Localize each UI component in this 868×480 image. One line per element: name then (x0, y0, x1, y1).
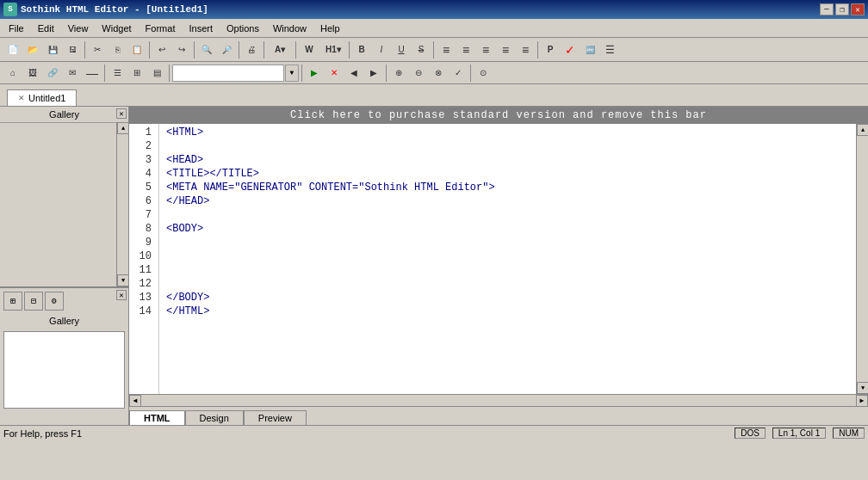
list-button[interactable]: ≡ (516, 40, 535, 59)
menu-format[interactable]: Format (139, 22, 183, 35)
scroll-left-arrow[interactable]: ◀ (129, 395, 141, 407)
line-number: 6 (129, 194, 155, 208)
editor-scrollbar-h: ◀ ▶ (129, 394, 868, 406)
save-all-button[interactable]: 💾 (43, 40, 62, 59)
app-icon: S (3, 3, 17, 16)
align-right-button[interactable]: ≡ (476, 40, 495, 59)
tb2-stop[interactable]: ✕ (325, 64, 344, 83)
editor-scroll-up[interactable]: ▲ (857, 124, 868, 136)
paste-button[interactable]: 📋 (127, 40, 146, 59)
justify-button[interactable]: ≡ (496, 40, 515, 59)
open-button[interactable]: 📂 (23, 40, 42, 59)
underline-button[interactable]: U (392, 40, 411, 59)
align-left-button[interactable]: ≡ (437, 40, 456, 59)
tb2-play[interactable]: ▶ (305, 64, 324, 83)
restore-button[interactable]: ❐ (835, 3, 849, 15)
tag-input[interactable] (172, 65, 284, 82)
sep6 (349, 41, 350, 58)
list2-button[interactable]: ☰ (600, 40, 619, 59)
line-number: 1 (129, 126, 155, 139)
tb2-fwd[interactable]: ▶ (364, 64, 383, 83)
heading-dropdown[interactable]: H1▾ (320, 40, 346, 59)
line-number: 8 (129, 222, 155, 236)
minimize-button[interactable]: — (820, 3, 834, 15)
word-button[interactable]: W (299, 40, 319, 59)
menu-edit[interactable]: Edit (31, 22, 61, 35)
p-tag-button[interactable]: P (541, 40, 560, 59)
gallery-bottom-close[interactable]: ✕ (116, 290, 127, 300)
new-button[interactable]: 📄 (3, 40, 22, 59)
menu-view[interactable]: View (61, 22, 96, 35)
title-bar: S Sothink HTML Editor - [Untitled1] — ❐ … (0, 0, 868, 19)
purchase-bar[interactable]: Click here to purchase standard version … (129, 107, 868, 124)
scroll-down-arrow[interactable]: ▼ (117, 274, 129, 286)
sep1 (84, 41, 85, 58)
tb2-tag-extra[interactable]: ⊙ (474, 64, 493, 83)
tab-preview[interactable]: Preview (244, 410, 307, 425)
print-button[interactable]: 🖨 (242, 40, 261, 59)
tb2-table[interactable]: ⊞ (127, 64, 146, 83)
code-line: </HTML> (166, 305, 849, 318)
tb2-ref[interactable]: ⊗ (429, 64, 448, 83)
gallery-top-panel: ✕ Gallery ▲ ▼ (0, 107, 128, 287)
find2-button[interactable]: 🔎 (217, 40, 236, 59)
tb2-list[interactable]: ☰ (108, 64, 127, 83)
code-line: <BODY> (166, 222, 849, 236)
gallery-settings-btn[interactable]: ⚙ (45, 292, 64, 311)
editor-scroll-track (857, 136, 868, 382)
tb2-remove[interactable]: ⊖ (409, 64, 428, 83)
format2-button[interactable]: 🔤 (580, 40, 599, 59)
copy-button[interactable]: ⎘ (108, 40, 127, 59)
scroll-up-arrow[interactable]: ▲ (117, 122, 129, 134)
menu-file[interactable]: File (2, 22, 31, 35)
scroll-right-arrow[interactable]: ▶ (856, 395, 868, 407)
menu-insert[interactable]: Insert (182, 22, 220, 35)
code-content[interactable]: <HTML><HEAD><TITLE></TITLE><META NAME="G… (159, 124, 856, 394)
line-number: 13 (129, 291, 155, 305)
find-button[interactable]: 🔍 (197, 40, 216, 59)
gallery-top-close[interactable]: ✕ (116, 108, 127, 119)
spell-button[interactable]: ✓ (561, 40, 580, 59)
code-line (166, 263, 849, 277)
save-button[interactable]: 🖫 (63, 40, 82, 59)
tb2-table2[interactable]: ▤ (147, 64, 166, 83)
tb2-back[interactable]: ◀ (344, 64, 363, 83)
code-line: </BODY> (166, 291, 849, 305)
code-line: <TITLE></TITLE> (166, 167, 849, 181)
gallery-list-btn[interactable]: ⊟ (24, 292, 43, 311)
sep8 (537, 41, 538, 58)
bold-button[interactable]: B (352, 40, 371, 59)
gallery-bottom-area (3, 331, 125, 409)
gallery-grid-btn[interactable]: ⊞ (3, 292, 22, 311)
menu-options[interactable]: Options (220, 22, 266, 35)
menu-help[interactable]: Help (313, 22, 347, 35)
document-tab-untitled1[interactable]: ✕ Untitled1 (7, 89, 77, 106)
tb2-hr[interactable]: — (83, 64, 102, 83)
tab-design[interactable]: Design (185, 410, 244, 425)
code-line (166, 249, 849, 263)
code-line: <META NAME="GENERATOR" CONTENT="Sothink … (166, 181, 849, 194)
tab-close-icon[interactable]: ✕ (18, 94, 25, 102)
tb2-sep5 (470, 65, 471, 82)
strikethrough-button[interactable]: S (412, 40, 431, 59)
highlight-dropdown[interactable]: A▾ (267, 40, 293, 59)
tb2-check[interactable]: ✓ (449, 64, 468, 83)
tab-html[interactable]: HTML (129, 410, 185, 425)
redo-button[interactable]: ↪ (172, 40, 191, 59)
document-tab-bar: ✕ Untitled1 (0, 84, 868, 107)
tag-dropdown-arrow[interactable]: ▼ (285, 65, 299, 82)
close-button[interactable]: ✕ (851, 3, 865, 15)
italic-button[interactable]: I (372, 40, 391, 59)
undo-button[interactable]: ↩ (152, 40, 171, 59)
menu-widget[interactable]: Widget (95, 22, 138, 35)
editor-scroll-down[interactable]: ▼ (857, 382, 868, 394)
menu-window[interactable]: Window (266, 22, 313, 35)
tb2-link[interactable]: 🔗 (43, 64, 62, 83)
tb2-email[interactable]: ✉ (63, 64, 82, 83)
sep3 (194, 41, 195, 58)
tb2-home[interactable]: ⌂ (3, 64, 22, 83)
tb2-add[interactable]: ⊕ (389, 64, 408, 83)
align-center-button[interactable]: ≡ (456, 40, 475, 59)
tb2-image[interactable]: 🖼 (23, 64, 42, 83)
cut-button[interactable]: ✂ (88, 40, 107, 59)
